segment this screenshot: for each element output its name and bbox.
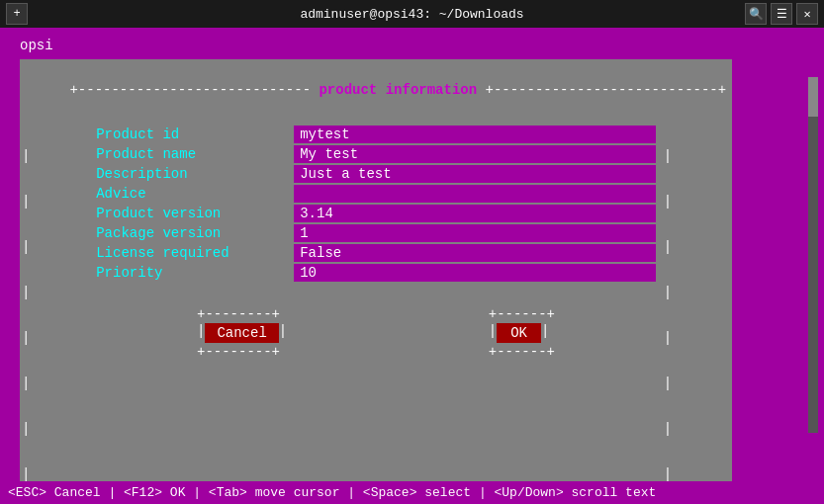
field-label-advice: Advice (96, 186, 294, 202)
field-value-product-id[interactable]: mytest (294, 126, 656, 143)
spacer (96, 288, 656, 297)
field-value-license[interactable]: False (294, 244, 656, 262)
app-label: opsi (20, 38, 804, 53)
dialog-content: Product id mytest Product name My test D… (88, 122, 664, 504)
field-row-priority: Priority 10 (96, 264, 656, 282)
field-label-license: License required (96, 245, 294, 261)
menu-button[interactable]: ☰ (771, 3, 792, 25)
field-value-package-version[interactable]: 1 (294, 224, 656, 242)
field-row-advice: Advice (96, 185, 656, 203)
field-label-product-version: Product version (96, 206, 294, 221)
field-value-product-version[interactable]: 3.14 (294, 205, 656, 222)
ok-button[interactable]: OK (497, 323, 541, 343)
cancel-btn-top: +--------+ (197, 305, 287, 323)
field-label-package-version: Package version (96, 225, 294, 241)
field-value-advice[interactable] (294, 185, 656, 203)
field-row-product-id: Product id mytest (96, 126, 656, 143)
field-row-description: Description Just a test (96, 165, 656, 183)
statusbar: <ESC> Cancel | <F12> OK | <Tab> move cur… (0, 481, 824, 504)
field-row-license: License required False (96, 244, 656, 262)
titlebar-right: 🔍 ☰ ✕ (745, 3, 818, 25)
terminal: opsi +---------------------------- produ… (0, 28, 824, 504)
cancel-btn-middle: | Cancel | (197, 323, 287, 343)
field-label-priority: Priority (96, 265, 294, 281)
left-border: | | | | | | | | | | | | | | | | | | (20, 122, 88, 504)
scrollbar-track[interactable] (808, 77, 818, 433)
fields-container: Product id mytest Product name My test D… (96, 126, 656, 282)
field-row-package-version: Package version 1 (96, 224, 656, 242)
field-row-product-name: Product name My test (96, 145, 656, 163)
titlebar-left: + (6, 3, 28, 25)
ok-btn-bottom: +------+ (489, 343, 555, 361)
cancel-button-wrapper: +--------+ | Cancel | +--------+ (197, 305, 287, 361)
dialog: +---------------------------- product in… (20, 59, 732, 504)
right-border: | | | | | | | | | | | | | | | | | | (664, 122, 732, 504)
field-value-product-name[interactable]: My test (294, 145, 656, 163)
cancel-button[interactable]: Cancel (205, 323, 278, 343)
ok-button-wrapper: +------+ | OK | +------+ (489, 305, 555, 361)
field-label-product-id: Product id (96, 126, 294, 142)
dialog-body: | | | | | | | | | | | | | | | | | | (20, 122, 732, 504)
field-label-product-name: Product name (96, 146, 294, 162)
scrollbar-thumb[interactable] (808, 77, 818, 117)
add-tab-button[interactable]: + (6, 3, 28, 25)
field-label-description: Description (96, 166, 294, 182)
field-value-description[interactable]: Just a test (294, 165, 656, 183)
titlebar: + adminuser@opsi43: ~/Downloads 🔍 ☰ ✕ (0, 0, 824, 28)
close-button[interactable]: ✕ (796, 3, 818, 25)
ok-btn-middle: | OK | (489, 323, 555, 343)
cancel-btn-bottom: +--------+ (197, 343, 287, 361)
ok-btn-top: +------+ (489, 305, 555, 323)
spacer2 (96, 369, 656, 378)
field-value-priority[interactable]: 10 (294, 264, 656, 282)
dialog-title-border: +---------------------------- product in… (20, 59, 732, 122)
titlebar-title: adminuser@opsi43: ~/Downloads (300, 7, 523, 22)
search-button[interactable]: 🔍 (745, 3, 767, 25)
field-row-product-version: Product version 3.14 (96, 205, 656, 222)
buttons-row: +--------+ | Cancel | +--------+ +------… (96, 297, 656, 369)
